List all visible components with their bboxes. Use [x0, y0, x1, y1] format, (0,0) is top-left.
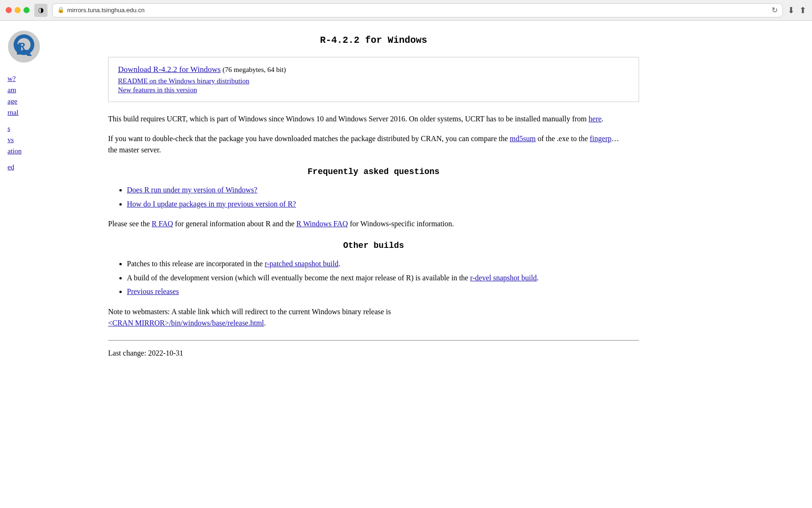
r-logo: R — [8, 30, 40, 63]
r-patched-link[interactable]: r-patched snapshot build — [265, 260, 338, 268]
sidebar-item: am — [8, 86, 94, 94]
faq-item-2: How do I update packages in my previous … — [127, 198, 639, 210]
cran-mirror-link[interactable]: <CRAN MIRROR>/bin/windows/base/release.h… — [108, 319, 264, 327]
sidebar-link-w[interactable]: w? — [8, 75, 16, 82]
sidebar-link-am[interactable]: am — [8, 86, 16, 94]
address-bar-input[interactable] — [67, 7, 769, 14]
here-link[interactable]: here — [589, 115, 602, 123]
sidebar-item: age — [8, 97, 94, 105]
toolbar-right: ⬇ ⬆ — [788, 5, 806, 16]
sidebar: R w? am age rnal s vs ation ed — [0, 21, 94, 508]
builds-end-2: . — [537, 274, 539, 282]
faq-see-text2: for general information about R and the — [173, 220, 296, 228]
builds-item-2: A build of the development version (whic… — [127, 272, 639, 284]
window-controls — [6, 7, 30, 13]
main-content: R-4.2.2 for Windows Download R-4.2.2 for… — [94, 21, 658, 508]
previous-releases-link[interactable]: Previous releases — [127, 287, 179, 295]
new-features-link[interactable]: New features in this version — [118, 86, 629, 94]
sidebar-item: ed — [8, 163, 94, 171]
minimize-window-button[interactable] — [15, 7, 21, 13]
tab-area: ◑ — [34, 4, 47, 17]
readme-link[interactable]: README on the Windows binary distributio… — [118, 77, 629, 85]
sidebar-link-rnal[interactable]: rnal — [8, 109, 18, 116]
close-window-button[interactable] — [6, 7, 12, 13]
sub-links: README on the Windows binary distributio… — [118, 77, 629, 94]
sidebar-link-vs[interactable]: vs — [8, 136, 14, 143]
faq-link-2[interactable]: How do I update packages in my previous … — [127, 200, 296, 208]
sidebar-link-s[interactable]: s — [8, 125, 10, 132]
sidebar-link-age[interactable]: age — [8, 97, 17, 105]
verify-paragraph: If you want to double-check that the pac… — [108, 133, 639, 156]
sidebar-link-ed[interactable]: ed — [8, 163, 14, 171]
faq-link-1[interactable]: Does R run under my version of Windows? — [127, 186, 258, 194]
builds-text-2: A build of the development version (whic… — [127, 274, 470, 282]
maximize-window-button[interactable] — [23, 7, 30, 13]
sidebar-item: vs — [8, 135, 94, 144]
share-button[interactable]: ⬆ — [799, 5, 806, 16]
sidebar-link-ation[interactable]: ation — [8, 147, 22, 155]
download-main-line: Download R-4.2.2 for Windows (76 megabyt… — [118, 65, 629, 74]
download-r-link[interactable]: Download R-4.2.2 for Windows — [118, 65, 221, 74]
address-bar-container: 🔒 ↻ — [52, 3, 783, 17]
ucrt-paragraph: This build requires UCRT, which is part … — [108, 113, 639, 125]
ucrt-end: . — [601, 115, 603, 123]
lock-icon: 🔒 — [57, 7, 64, 14]
faq-see-paragraph: Please see the R FAQ for general informa… — [108, 218, 639, 230]
r-devel-link[interactable]: r-devel snapshot build — [470, 274, 537, 282]
note-paragraph: Note to webmasters: A stable link which … — [108, 306, 639, 329]
tab-icon-symbol: ◑ — [38, 6, 44, 14]
faq-item-1: Does R run under my version of Windows? — [127, 184, 639, 196]
md5sum-link[interactable]: md5sum — [510, 135, 536, 143]
download-button[interactable]: ⬇ — [788, 5, 795, 16]
builds-text-1: Patches to this release are incorporated… — [127, 260, 265, 268]
faq-list: Does R run under my version of Windows? … — [127, 184, 639, 210]
r-faq-link[interactable]: R FAQ — [152, 220, 173, 228]
other-builds-title: Other builds — [108, 241, 639, 250]
tab-icon: ◑ — [34, 4, 47, 17]
cran-mirror-end: . — [264, 319, 266, 327]
faq-title: Frequently asked questions — [108, 167, 639, 176]
faq-see-text3: for Windows-specific information. — [348, 220, 454, 228]
page-wrapper: R w? am age rnal s vs ation ed R-4.2.2 f… — [0, 21, 812, 508]
sidebar-item: w? — [8, 74, 94, 83]
sidebar-item: s — [8, 124, 94, 133]
divider — [108, 340, 639, 341]
r-windows-faq-link[interactable]: R Windows FAQ — [297, 220, 348, 228]
builds-item-1: Patches to this release are incorporated… — [127, 258, 639, 270]
ucrt-text: This build requires UCRT, which is part … — [108, 115, 589, 123]
last-change: Last change: 2022-10-31 — [108, 349, 639, 357]
download-box: Download R-4.2.2 for Windows (76 megabyt… — [108, 57, 639, 102]
reload-button[interactable]: ↻ — [772, 6, 778, 15]
svg-text:R: R — [18, 40, 25, 52]
note-text: Note to webmasters: A stable link which … — [108, 308, 391, 316]
sidebar-links: w? am age rnal s vs ation ed — [8, 74, 94, 171]
browser-chrome: ◑ 🔒 ↻ ⬇ ⬆ — [0, 0, 812, 21]
fingerprint-link[interactable]: fingerp — [590, 135, 611, 143]
builds-item-3: Previous releases — [127, 286, 639, 298]
other-builds-list: Patches to this release are incorporated… — [127, 258, 639, 298]
sidebar-item: ation — [8, 147, 94, 155]
download-size: (76 megabytes, 64 bit) — [223, 66, 286, 73]
sidebar-item: rnal — [8, 108, 94, 117]
verify-text-start: If you want to double-check that the pac… — [108, 135, 510, 143]
builds-end-1: . — [338, 260, 340, 268]
verify-text-middle: of the .exe to the — [536, 135, 590, 143]
page-title: R-4.2.2 for Windows — [108, 35, 639, 46]
faq-see-text1: Please see the — [108, 220, 152, 228]
verify-text-end: the master server. — [108, 146, 161, 154]
